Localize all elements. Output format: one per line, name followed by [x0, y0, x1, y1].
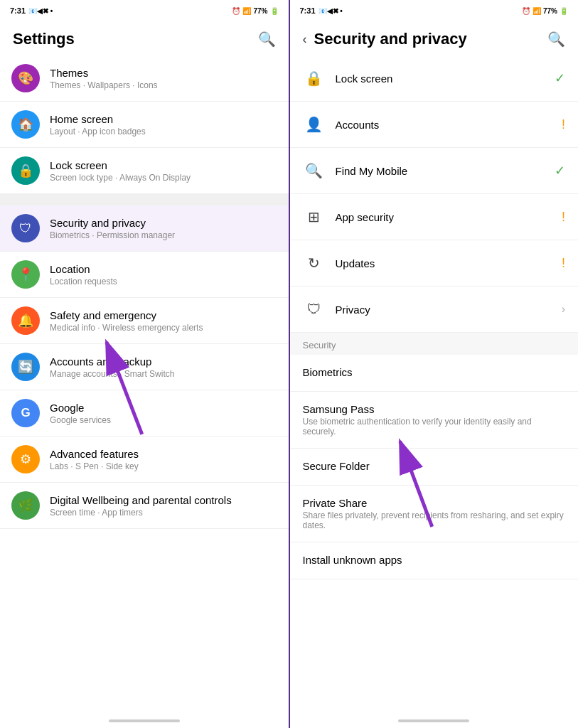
right-panel: 7:31 📧◀✖ • ⏰ 📶 77% 🔋 ‹ Security and priv… — [290, 0, 579, 728]
security-item-find-my-mobile[interactable]: 🔍Find My Mobile✓ — [290, 148, 579, 194]
security-item-updates[interactable]: ↻Updates! — [290, 240, 579, 287]
settings-item-google[interactable]: GGoogleGoogle services — [0, 390, 289, 437]
settings-icon-accounts-backup: 🔄 — [11, 353, 40, 381]
settings-item-advanced-features[interactable]: ⚙Advanced featuresLabs · S Pen · Side ke… — [0, 437, 289, 483]
bio-title-secure-folder: Secure Folder — [303, 460, 566, 472]
bio-subtitle-private-share: Share files privately, prevent recipient… — [303, 510, 566, 530]
right-header: ‹ Security and privacy 🔍 — [290, 20, 579, 55]
bio-item-biometrics[interactable]: Biometrics — [290, 355, 579, 392]
settings-icon-lock-screen: 🔒 — [11, 156, 40, 185]
right-nav-bar — [290, 714, 579, 728]
back-button[interactable]: ‹ — [303, 32, 307, 47]
time-right: 7:31 — [300, 6, 316, 15]
security-item-app-security[interactable]: ⊞App security! — [290, 194, 579, 240]
settings-subtitle-security-privacy: Biometrics · Permission manager — [50, 230, 277, 240]
security-icon-lock-screen: 🔒 — [303, 67, 326, 90]
settings-text-home-screen: Home screenLayout · App icon badges — [50, 113, 277, 136]
settings-icon-google: G — [11, 399, 40, 427]
status-icons-right: ⏰ 📶 77% 🔋 — [522, 7, 568, 15]
security-status-updates: ! — [562, 256, 565, 271]
right-title: Security and privacy — [314, 30, 467, 48]
settings-text-security-privacy: Security and privacyBiometrics · Permiss… — [50, 217, 277, 240]
security-title-privacy: Privacy — [336, 304, 556, 316]
section-divider-security — [0, 200, 289, 205]
battery-icon-right: 🔋 — [560, 7, 568, 15]
security-status-find-my-mobile: ✓ — [555, 163, 565, 178]
settings-subtitle-digital-wellbeing: Screen time · App timers — [50, 508, 277, 518]
settings-title-home-screen: Home screen — [50, 113, 277, 125]
right-search-button[interactable]: 🔍 — [547, 31, 565, 48]
settings-subtitle-themes: Themes · Wallpapers · Icons — [50, 80, 277, 90]
settings-text-google: GoogleGoogle services — [50, 402, 277, 425]
notification-icons-right: 📧◀✖ • — [319, 7, 343, 15]
alarm-icon-right: ⏰ — [522, 7, 530, 15]
right-status-bar: 7:31 📧◀✖ • ⏰ 📶 77% 🔋 — [290, 0, 579, 20]
security-icon-accounts: 👤 — [303, 113, 326, 136]
left-search-button[interactable]: 🔍 — [258, 31, 276, 48]
battery-icon-left: 🔋 — [270, 7, 279, 15]
settings-text-safety-emergency: Safety and emergencyMedical info · Wirel… — [50, 309, 277, 333]
bio-item-private-share[interactable]: Private ShareShare files privately, prev… — [290, 486, 579, 542]
security-icon-updates: ↻ — [303, 252, 326, 274]
nav-indicator — [109, 719, 180, 722]
bio-title-biometrics: Biometrics — [303, 366, 566, 378]
settings-subtitle-home-screen: Layout · App icon badges — [50, 127, 277, 136]
security-item-privacy[interactable]: 🛡Privacy› — [290, 287, 579, 333]
settings-item-themes[interactable]: 🎨ThemesThemes · Wallpapers · Icons — [0, 55, 289, 102]
settings-item-location[interactable]: 📍LocationLocation requests — [0, 252, 289, 298]
security-item-lock-screen[interactable]: 🔒Lock screen✓ — [290, 55, 579, 102]
time-left: 7:31 — [10, 6, 26, 15]
bio-item-secure-folder[interactable]: Secure Folder — [290, 449, 579, 486]
battery-right: 77% — [543, 7, 557, 15]
bio-subtitle-samsung-pass: Use biometric authentication to verify y… — [303, 417, 566, 437]
settings-item-safety-emergency[interactable]: 🔔Safety and emergencyMedical info · Wire… — [0, 298, 289, 344]
settings-title-advanced-features: Advanced features — [50, 448, 277, 460]
settings-item-lock-screen[interactable]: 🔒Lock screenScreen lock type · Always On… — [0, 148, 289, 194]
settings-title-accounts-backup: Accounts and backup — [50, 355, 277, 368]
bio-item-install-unknown[interactable]: Install unknown apps — [290, 542, 579, 579]
section-divider-after-lock — [0, 194, 289, 200]
settings-icon-security-privacy: 🛡 — [11, 214, 40, 242]
security-icon-find-my-mobile: 🔍 — [303, 159, 326, 182]
settings-item-home-screen[interactable]: 🏠Home screenLayout · App icon badges — [0, 102, 289, 148]
status-time-right: 7:31 📧◀✖ • — [300, 6, 343, 15]
signal-icon-right: 📶 — [532, 7, 541, 15]
settings-icon-advanced-features: ⚙ — [11, 445, 40, 473]
security-section-label: Security — [290, 333, 579, 355]
security-status-app-security: ! — [562, 210, 565, 225]
signal-icon: 📶 — [242, 7, 251, 15]
left-status-bar: 7:31 📧◀✖ • ⏰ 📶 77% 🔋 — [0, 0, 289, 20]
settings-text-advanced-features: Advanced featuresLabs · S Pen · Side key — [50, 448, 277, 471]
settings-title-digital-wellbeing: Digital Wellbeing and parental controls — [50, 494, 277, 506]
settings-title-safety-emergency: Safety and emergency — [50, 309, 277, 321]
security-status-lock-screen: ✓ — [555, 70, 565, 86]
nav-indicator-right — [398, 719, 469, 722]
settings-icon-location: 📍 — [11, 260, 40, 289]
alarm-icon: ⏰ — [232, 7, 240, 15]
status-time-left: 7:31 📧◀✖ • — [10, 6, 53, 15]
settings-item-accounts-backup[interactable]: 🔄Accounts and backupManage accounts · Sm… — [0, 344, 289, 390]
security-item-accounts[interactable]: 👤Accounts! — [290, 102, 579, 148]
settings-text-location: LocationLocation requests — [50, 263, 277, 287]
security-status-accounts: ! — [562, 117, 565, 132]
security-title-lock-screen: Lock screen — [336, 73, 550, 85]
settings-icon-digital-wellbeing: 🌿 — [11, 491, 40, 520]
settings-item-security-privacy[interactable]: 🛡Security and privacyBiometrics · Permis… — [0, 205, 289, 252]
settings-title-lock-screen: Lock screen — [50, 159, 277, 171]
settings-subtitle-accounts-backup: Manage accounts · Smart Switch — [50, 369, 277, 379]
settings-subtitle-safety-emergency: Medical info · Wireless emergency alerts — [50, 323, 277, 333]
bio-title-private-share: Private Share — [303, 497, 566, 509]
bio-item-samsung-pass[interactable]: Samsung PassUse biometric authentication… — [290, 392, 579, 449]
status-icons-left: ⏰ 📶 77% 🔋 — [232, 7, 278, 15]
settings-subtitle-advanced-features: Labs · S Pen · Side key — [50, 461, 277, 471]
security-title-updates: Updates — [336, 257, 556, 269]
settings-icon-themes: 🎨 — [11, 64, 40, 92]
security-icon-app-security: ⊞ — [303, 205, 326, 228]
notification-icons-left: 📧◀✖ • — [28, 7, 53, 15]
left-nav-bar — [0, 714, 289, 728]
security-icon-privacy: 🛡 — [303, 298, 326, 321]
settings-title-themes: Themes — [50, 67, 277, 79]
settings-item-digital-wellbeing[interactable]: 🌿Digital Wellbeing and parental controls… — [0, 483, 289, 529]
security-title-accounts: Accounts — [336, 119, 556, 131]
settings-icon-safety-emergency: 🔔 — [11, 306, 40, 335]
